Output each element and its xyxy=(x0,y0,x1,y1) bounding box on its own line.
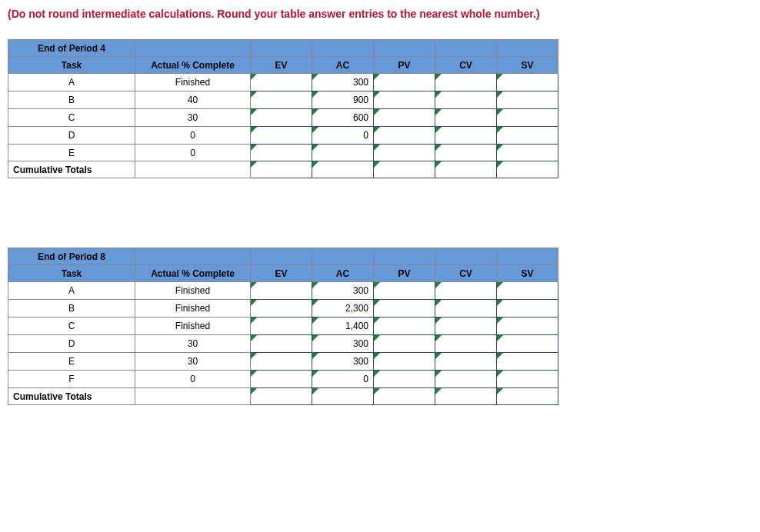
pv-input[interactable] xyxy=(374,318,435,335)
table-row: F 0 0 xyxy=(8,371,558,388)
sv-input[interactable] xyxy=(497,145,558,161)
cv-input[interactable] xyxy=(435,318,497,335)
input-marker-icon xyxy=(435,145,442,151)
total-cv-input[interactable] xyxy=(435,161,497,178)
pct-value: 0 xyxy=(135,371,251,388)
ev-input[interactable] xyxy=(251,74,312,91)
task-label: B xyxy=(8,91,135,109)
ac-input[interactable]: 300 xyxy=(312,335,374,353)
total-pv-input[interactable] xyxy=(374,161,435,178)
cv-input[interactable] xyxy=(435,109,497,127)
ac-input[interactable]: 300 xyxy=(312,282,374,300)
input-marker-icon xyxy=(374,91,380,98)
ac-input[interactable]: 900 xyxy=(312,91,374,109)
sv-input[interactable] xyxy=(497,353,558,371)
total-ev-input[interactable] xyxy=(251,161,312,178)
blank-header xyxy=(312,40,374,57)
ac-input[interactable]: 300 xyxy=(312,353,374,371)
ev-input[interactable] xyxy=(251,300,312,318)
blank-header xyxy=(251,248,312,265)
input-marker-icon xyxy=(251,74,257,80)
pv-input[interactable] xyxy=(374,371,435,388)
cv-input[interactable] xyxy=(435,282,497,300)
ev-input[interactable] xyxy=(251,109,312,127)
input-marker-icon xyxy=(497,371,503,377)
input-marker-icon xyxy=(312,109,318,115)
table-row: D 0 0 xyxy=(8,127,558,145)
pv-input[interactable] xyxy=(374,74,435,91)
cv-input[interactable] xyxy=(435,335,497,353)
cv-input[interactable] xyxy=(435,371,497,388)
pv-input[interactable] xyxy=(374,145,435,161)
instruction-text: (Do not round intermediate calculations.… xyxy=(8,8,752,20)
input-marker-icon xyxy=(312,161,318,168)
pv-input[interactable] xyxy=(374,335,435,353)
ev-input[interactable] xyxy=(251,318,312,335)
input-marker-icon xyxy=(497,109,503,115)
ev-input[interactable] xyxy=(251,282,312,300)
period4-title: End of Period 4 xyxy=(8,40,135,57)
sv-input[interactable] xyxy=(497,282,558,300)
input-marker-icon xyxy=(435,74,442,80)
input-marker-icon xyxy=(374,74,380,80)
ev-input[interactable] xyxy=(251,353,312,371)
pv-input[interactable] xyxy=(374,300,435,318)
total-cv-input[interactable] xyxy=(435,388,497,405)
cv-input[interactable] xyxy=(435,74,497,91)
ev-input[interactable] xyxy=(251,127,312,145)
pv-input[interactable] xyxy=(374,91,435,109)
header-cv: CV xyxy=(435,57,497,74)
ac-input[interactable]: 0 xyxy=(312,371,374,388)
total-sv-input[interactable] xyxy=(497,161,558,178)
task-label: B xyxy=(8,300,135,318)
input-marker-icon xyxy=(251,127,257,133)
task-label: A xyxy=(8,74,135,91)
header-sv: SV xyxy=(497,57,558,74)
ac-input[interactable]: 600 xyxy=(312,109,374,127)
pv-input[interactable] xyxy=(374,127,435,145)
cv-input[interactable] xyxy=(435,91,497,109)
ac-input[interactable] xyxy=(312,145,374,161)
ev-input[interactable] xyxy=(251,371,312,388)
sv-input[interactable] xyxy=(497,318,558,335)
ev-input[interactable] xyxy=(251,145,312,161)
input-marker-icon xyxy=(312,127,318,133)
input-marker-icon xyxy=(435,388,442,394)
sv-input[interactable] xyxy=(497,335,558,353)
pv-input[interactable] xyxy=(374,109,435,127)
sv-input[interactable] xyxy=(497,127,558,145)
blank-header xyxy=(374,248,435,265)
total-pv-input[interactable] xyxy=(374,388,435,405)
input-marker-icon xyxy=(374,353,380,359)
input-marker-icon xyxy=(435,300,442,306)
total-ev-input[interactable] xyxy=(251,388,312,405)
total-ac-input[interactable] xyxy=(312,388,374,405)
ac-input[interactable]: 0 xyxy=(312,127,374,145)
sv-input[interactable] xyxy=(497,109,558,127)
total-sv-input[interactable] xyxy=(497,388,558,405)
sv-input[interactable] xyxy=(497,74,558,91)
sv-input[interactable] xyxy=(497,300,558,318)
input-marker-icon xyxy=(312,335,318,341)
cv-input[interactable] xyxy=(435,300,497,318)
pv-input[interactable] xyxy=(374,282,435,300)
pct-value: Finished xyxy=(135,300,251,318)
sv-input[interactable] xyxy=(497,91,558,109)
table-row: E 30 300 xyxy=(8,353,558,371)
blank-header xyxy=(135,40,251,57)
ac-input[interactable]: 2,300 xyxy=(312,300,374,318)
total-ac-input[interactable] xyxy=(312,161,374,178)
ac-input[interactable]: 1,400 xyxy=(312,318,374,335)
totals-label: Cumulative Totals xyxy=(8,161,135,178)
blank-header xyxy=(435,248,497,265)
cv-input[interactable] xyxy=(435,145,497,161)
cv-input[interactable] xyxy=(435,353,497,371)
input-marker-icon xyxy=(251,371,257,377)
cv-input[interactable] xyxy=(435,127,497,145)
blank-header xyxy=(374,40,435,57)
ac-input[interactable]: 300 xyxy=(312,74,374,91)
sv-input[interactable] xyxy=(497,371,558,388)
pv-input[interactable] xyxy=(374,353,435,371)
ev-input[interactable] xyxy=(251,91,312,109)
ev-input[interactable] xyxy=(251,335,312,353)
